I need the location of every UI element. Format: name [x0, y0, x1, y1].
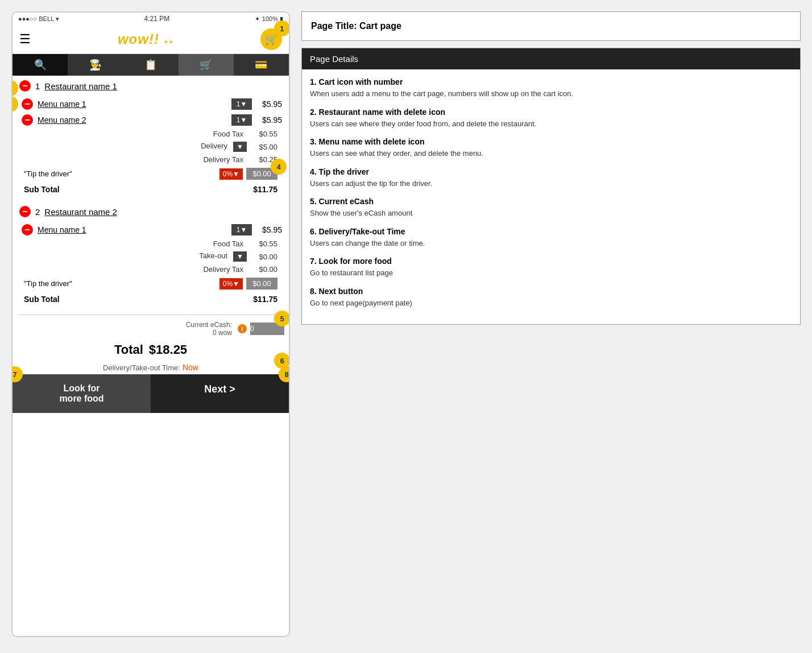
tip-label-2: "Tip the driver" — [24, 279, 215, 288]
menu-2-1-qty[interactable]: 1▼ — [231, 224, 252, 235]
total-label: Total — [114, 342, 143, 357]
bluetooth-icon: ✦ — [255, 15, 260, 23]
next-label: Next > — [204, 383, 235, 395]
menu-item-1-2: − Menu name 2 1▼ $5.95 — [19, 112, 282, 128]
qty-2-1-value: 1▼ — [237, 226, 247, 234]
detail-title-8: 8. Next button — [310, 287, 792, 296]
restaurant-1-name[interactable]: Restaurant name 1 — [44, 81, 117, 91]
detail-desc-5: Show the user's eCash amount — [310, 208, 792, 219]
detail-desc-4: Users can adjust the tip for the driver. — [310, 178, 792, 189]
page-details-content: 1. Cart icon with number When users add … — [302, 69, 800, 324]
delivery-dropdown-1[interactable]: ▼ — [233, 142, 247, 152]
tab-menu[interactable]: 📋 — [123, 54, 178, 76]
page-title-name: Cart page — [359, 21, 401, 31]
page-title-label: Page Title: — [311, 21, 357, 31]
signal-icon: ●●●○○ BELL ▾ — [18, 15, 59, 23]
takeout-label-2: Take-out — [24, 251, 233, 262]
delivery-label-1: Delivery — [24, 142, 233, 152]
delivery-tax-value-2: $0.00 — [249, 265, 277, 274]
detail-desc-3: Users can see what they order, and delet… — [310, 148, 792, 159]
tip-percent-button-2[interactable]: 0%▼ — [219, 278, 243, 290]
tip-row-1: "Tip the driver" 0%▼ 4 $0.00 — [19, 166, 282, 182]
detail-title-3: 3. Menu name with delete icon — [310, 137, 792, 146]
tip-amount-2: $0.00 — [246, 278, 277, 290]
food-tax-value-2: $0.55 — [249, 239, 277, 248]
subtotal-value-2: $11.75 — [253, 295, 277, 304]
cart-icon: 🛒 — [265, 33, 277, 46]
detail-desc-2: Users can see where they order food from… — [310, 118, 792, 130]
signal-area: ●●●○○ BELL ▾ — [18, 15, 59, 23]
tip-row-2: "Tip the driver" 0%▼ $0.00 — [19, 275, 282, 292]
bottom-buttons: 7 Look formore food 8 Next > — [13, 374, 289, 413]
menu-1-2-qty[interactable]: 1▼ — [231, 114, 252, 126]
logo-text: wow!! — [118, 31, 159, 47]
delete-menu-1-1-button[interactable]: − — [22, 98, 33, 110]
takeout-controls-2: ▼ $0.00 — [233, 251, 277, 262]
annotation-3: 3 — [13, 96, 18, 112]
menu-icon: 📋 — [144, 59, 157, 71]
detail-title-5: 5. Current eCash — [310, 197, 792, 206]
next-button[interactable]: 8 Next > — [151, 374, 289, 413]
delivery-tax-row-1: Delivery Tax $0.25 — [19, 154, 282, 166]
page-details-box: Page Details 1. Cart icon with number Wh… — [301, 48, 801, 325]
logo-stars: ✦✦ — [163, 39, 173, 45]
qty-1-1-value: 1▼ — [237, 100, 247, 108]
page-details-header: Page Details — [302, 48, 800, 69]
tab-cart[interactable]: 🛒 — [179, 54, 234, 76]
restaurant-2-number: 2 — [35, 207, 40, 217]
look-for-food-button[interactable]: 7 Look formore food — [13, 374, 151, 413]
total-row: Total $18.25 — [13, 339, 289, 361]
cart-tab-icon: 🛒 — [200, 59, 212, 71]
restaurant-section-2: − 2 Restaurant name 2 − Menu name 1 1▼ $… — [13, 201, 289, 311]
annotation-4: 4 — [271, 159, 287, 175]
menu-1-2-name[interactable]: Menu name 2 — [38, 115, 227, 125]
subtotal-row-1: Sub Total $11.75 — [19, 182, 282, 197]
takeout-row-2: Take-out ▼ $0.00 — [19, 250, 282, 263]
delete-restaurant-2-button[interactable]: − — [19, 206, 31, 217]
menu-2-1-name[interactable]: Menu name 1 — [38, 225, 227, 234]
ecash-info-icon[interactable]: i — [238, 324, 247, 333]
delete-menu-2-1-button[interactable]: − — [22, 224, 33, 235]
menu-item-1-1: 3 − Menu name 1 1▼ $5.95 — [19, 96, 282, 112]
page-title-text: Page Title: Cart page — [311, 21, 401, 31]
menu-1-1-qty[interactable]: 1▼ — [231, 98, 252, 110]
delete-menu-1-2-button[interactable]: − — [22, 114, 33, 126]
detail-desc-6: Users can change the date or time. — [310, 238, 792, 249]
food-tax-row-2: Food Tax $0.55 — [19, 238, 282, 250]
tab-search[interactable]: 🔍 — [13, 54, 68, 76]
search-icon: 🔍 — [34, 59, 47, 71]
detail-item-3: 3. Menu name with delete icon Users can … — [310, 137, 792, 159]
restaurant-1-number: 1 — [35, 81, 40, 91]
annotation-2: 2 — [13, 80, 18, 96]
menu-2-1-price: $5.95 — [256, 225, 282, 234]
tip-label-1: "Tip the driver" — [24, 170, 215, 178]
restaurant-2-name[interactable]: Restaurant name 2 — [44, 207, 117, 217]
restaurant-1-header: 2 − 1 Restaurant name 1 — [19, 80, 282, 92]
subtotal-label-2: Sub Total — [24, 295, 60, 304]
menu-1-1-name[interactable]: Menu name 1 — [38, 100, 227, 109]
delivery-time-value[interactable]: Now — [183, 363, 198, 372]
delivery-controls-1: ▼ $5.00 — [233, 142, 277, 152]
detail-title-1: 1. Cart icon with number — [310, 77, 792, 86]
menu-item-2-1: − Menu name 1 1▼ $5.95 — [19, 222, 282, 238]
delete-restaurant-1-button[interactable]: − — [19, 80, 31, 92]
food-tax-value-1: $0.55 — [249, 130, 277, 138]
phone-mockup: ●●●○○ BELL ▾ 4:21 PM ✦ 100% ▮ ☰ wow!! ✦✦… — [11, 11, 290, 637]
tip-percent-button-1[interactable]: 0%▼ — [219, 168, 243, 180]
status-bar: ●●●○○ BELL ▾ 4:21 PM ✦ 100% ▮ — [13, 13, 289, 25]
takeout-value-2: $0.00 — [249, 253, 277, 261]
tip-controls-2: 0%▼ $0.00 — [219, 278, 277, 290]
detail-title-7: 7. Look for more food — [310, 257, 792, 266]
hamburger-menu[interactable]: ☰ — [19, 32, 31, 47]
tab-payment[interactable]: 💳 — [234, 54, 289, 76]
app-header: ☰ wow!! ✦✦ 1 🛒 2 — [13, 25, 289, 54]
detail-title-6: 6. Delivery/Take-out Time — [310, 227, 792, 236]
annotation-5: 5 — [274, 311, 289, 326]
tab-chef[interactable]: 👨‍🍳 — [68, 54, 123, 76]
takeout-dropdown-2[interactable]: ▼ — [233, 251, 247, 262]
payment-icon: 💳 — [255, 59, 267, 71]
ecash-label: Current eCash:0 wow — [186, 321, 232, 337]
menu-1-1-price: $5.95 — [256, 100, 282, 109]
annotation-8: 8 — [279, 366, 289, 382]
app-logo: wow!! ✦✦ — [118, 31, 173, 47]
